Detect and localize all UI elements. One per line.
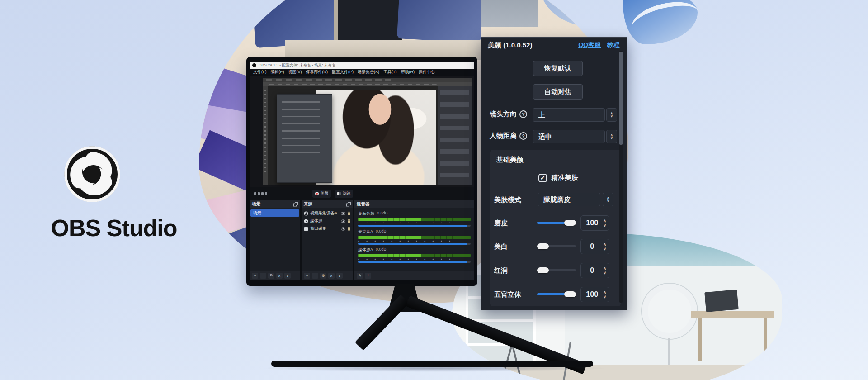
qq-support-link[interactable]: QQ客服 (578, 41, 601, 49)
mixer-menu-button[interactable]: ⋮ (365, 273, 371, 279)
help-icon[interactable]: ? (519, 110, 527, 118)
duplicate-scene-button[interactable]: ⧉ (268, 273, 274, 279)
lens-direction-spinner[interactable]: ∧∨ (606, 108, 617, 122)
source-down-button[interactable]: ∨ (336, 273, 343, 279)
window-capture-icon (304, 227, 308, 231)
volume-slider[interactable] (358, 261, 471, 263)
menu-view[interactable]: 视图(V) (288, 69, 302, 75)
rosy-slider[interactable] (537, 267, 576, 273)
monitor: OBS 29.1.3 - 配置文件: 未命名 - 场景: 未命名 文件(F) 编… (246, 57, 477, 286)
source-row[interactable]: 媒体源 (302, 217, 352, 225)
source-row[interactable]: 窗口采集 (302, 225, 352, 233)
smoothing-value[interactable]: 100 ∧∨ (580, 215, 609, 231)
lock-icon[interactable] (347, 219, 351, 223)
whitening-value[interactable]: 0 ∧∨ (580, 239, 609, 254)
filter-toggle-button[interactable]: 滤镜 (335, 190, 353, 198)
stepper-arrows[interactable]: ∧∨ (603, 219, 609, 227)
restore-defaults-button[interactable]: 恢复默认 (533, 61, 583, 76)
camera-source-icon (304, 211, 308, 216)
mixer-edit-button[interactable]: ✎ (357, 273, 363, 279)
tutorial-link[interactable]: 教程 (607, 41, 620, 49)
stepper-arrows[interactable]: ∧∨ (603, 291, 609, 299)
menu-docks[interactable]: 停靠部件(D) (306, 69, 328, 75)
dock-popout-icon[interactable] (346, 202, 351, 207)
whitening-slider[interactable] (537, 243, 576, 249)
scenes-dock: 场景 场景 + – ⧉ ∧ ∨ (250, 200, 300, 280)
obs-preview-controls: 美颜 滤镜 (250, 187, 474, 200)
stepper-arrows[interactable]: ∧∨ (603, 243, 609, 251)
menu-plugin-center[interactable]: 插件中心 (419, 69, 435, 75)
desktop-wallpaper: OBS Studio OBS 29.1.3 - 配置文件: 未命名 - 场景: … (0, 0, 868, 380)
mixer-dock: 混音器 桌面音频0.0dB ▴ ▴ ▴ ▴ ▴ ▴ ▴ ▴ ▴ ▴ ▴ ▴ 麦克… (354, 200, 474, 280)
checkbox-checked-icon[interactable]: ✓ (538, 174, 547, 182)
mixer-dock-title: 混音器 (357, 201, 370, 207)
rosy-value[interactable]: 0 ∧∨ (580, 263, 609, 278)
slider-handle[interactable] (537, 243, 549, 249)
mixer-channel: 桌面音频0.0dB ▴ ▴ ▴ ▴ ▴ ▴ ▴ ▴ ▴ ▴ ▴ ▴ (355, 209, 473, 228)
beauty-plugin-panel: 美颜 (1.0.0.52) QQ客服 教程 恢复默认 自动对焦 镜头方向 ? 上… (481, 37, 627, 310)
person-distance-dropdown[interactable]: 适中 (533, 130, 605, 143)
stepper-arrows[interactable]: ∧∨ (603, 267, 609, 275)
monitor-stand-leg (355, 294, 409, 350)
precise-skin-label: 精准美肤 (551, 174, 578, 182)
scene-down-button[interactable]: ∨ (284, 273, 291, 279)
lens-direction-label: 镜头方向 ? (490, 110, 527, 119)
lock-icon[interactable] (347, 211, 351, 215)
dock-popout-icon[interactable] (293, 202, 298, 207)
person-distance-spinner[interactable]: ∧∨ (606, 130, 617, 143)
slider-handle[interactable] (564, 220, 576, 226)
menu-edit[interactable]: 编辑(E) (271, 69, 284, 75)
room-corner-shape (540, 0, 628, 27)
lens-direction-dropdown[interactable]: 上 (533, 108, 605, 122)
mixer-channel: 麦克风A0.0dB ▴ ▴ ▴ ▴ ▴ ▴ ▴ ▴ ▴ ▴ ▴ ▴ (355, 228, 473, 246)
scene-up-button[interactable]: ∧ (276, 273, 283, 279)
slider-handle[interactable] (537, 267, 549, 273)
menu-profile[interactable]: 配置文件(P) (332, 69, 354, 75)
slider-handle[interactable] (564, 291, 576, 297)
scenes-dock-title: 场景 (252, 201, 260, 207)
remove-source-button[interactable]: – (312, 273, 318, 279)
obs-titlebar: OBS 29.1.3 - 配置文件: 未命名 - 场景: 未命名 (250, 62, 474, 69)
eye-icon[interactable] (341, 212, 345, 215)
panel-scrollbar[interactable] (619, 51, 623, 303)
volume-slider[interactable] (358, 225, 471, 227)
volume-meter (358, 236, 471, 239)
scrollbar-thumb[interactable] (619, 52, 623, 145)
help-icon[interactable]: ? (519, 132, 527, 140)
filter-contrast-icon (337, 192, 341, 195)
skin-mode-spinner[interactable]: ∧∨ (603, 193, 613, 206)
precise-skin-row[interactable]: ✓ 精准美肤 (538, 174, 578, 182)
eye-icon[interactable] (341, 219, 345, 223)
studio-desk (691, 311, 774, 318)
beauty-pin-icon (315, 192, 319, 195)
obs-app-icon (252, 63, 256, 67)
smoothing-slider[interactable] (537, 220, 576, 226)
menu-scene-collection[interactable]: 场景集合(S) (358, 69, 379, 75)
lock-icon[interactable] (347, 227, 351, 231)
menu-help[interactable]: 帮助(H) (401, 69, 415, 75)
beauty-toggle-button[interactable]: 美颜 (312, 190, 331, 198)
skin-mode-dropdown[interactable]: 朦胧磨皮 (538, 193, 600, 206)
source-up-button[interactable]: ∧ (328, 273, 335, 279)
monitor-stand-base (271, 361, 593, 367)
source-row[interactable]: 视频采集设备A (302, 209, 352, 217)
add-source-button[interactable]: + (304, 273, 310, 279)
sources-dock: 来源 视频采集设备A 媒体源 (302, 200, 353, 280)
menu-file[interactable]: 文件(F) (253, 69, 267, 75)
autofocus-button[interactable]: 自动对焦 (533, 84, 583, 100)
face-3d-slider[interactable] (537, 291, 576, 297)
volume-slider[interactable] (358, 243, 471, 245)
room-chair-shape (397, 0, 484, 43)
meter-ticks: ▴ ▴ ▴ ▴ ▴ ▴ ▴ ▴ ▴ ▴ ▴ ▴ (358, 257, 471, 260)
scenes-toolbar: + – ⧉ ∧ ∨ (250, 271, 300, 280)
scene-list-item[interactable]: 场景 (250, 209, 299, 217)
captured-photoshop-window (263, 78, 472, 185)
brand-title: OBS Studio (19, 214, 209, 242)
remove-scene-button[interactable]: – (260, 273, 266, 279)
add-scene-button[interactable]: + (252, 273, 258, 279)
source-properties-button[interactable]: ⚙ (320, 273, 326, 279)
person-distance-label: 人物距离 ? (490, 132, 527, 140)
menu-tools[interactable]: 工具(T) (383, 69, 397, 75)
eye-icon[interactable] (341, 227, 345, 231)
face-3d-value[interactable]: 100 ∧∨ (580, 287, 609, 302)
